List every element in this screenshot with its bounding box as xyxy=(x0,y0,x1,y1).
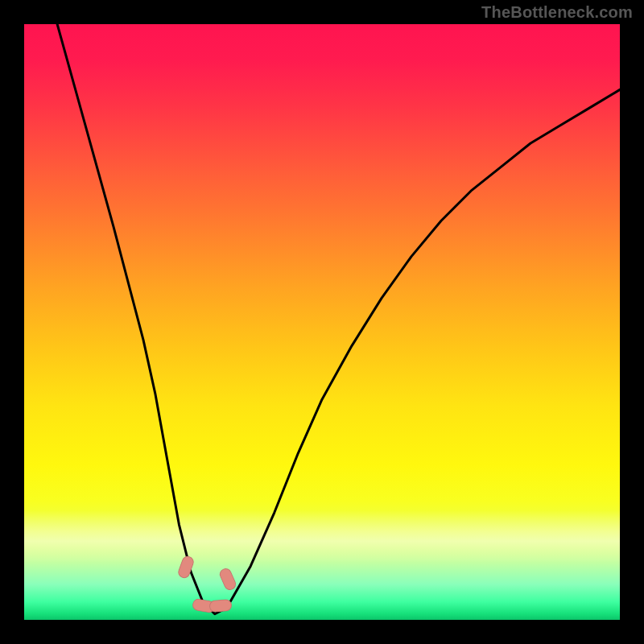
chart-stage: TheBottleneck.com xyxy=(0,0,644,644)
minimum-marker-right xyxy=(208,599,232,613)
watermark-text: TheBottleneck.com xyxy=(481,3,633,22)
bottleneck-curve xyxy=(24,24,620,614)
curve-layer xyxy=(24,24,620,620)
plot-area xyxy=(24,24,620,620)
